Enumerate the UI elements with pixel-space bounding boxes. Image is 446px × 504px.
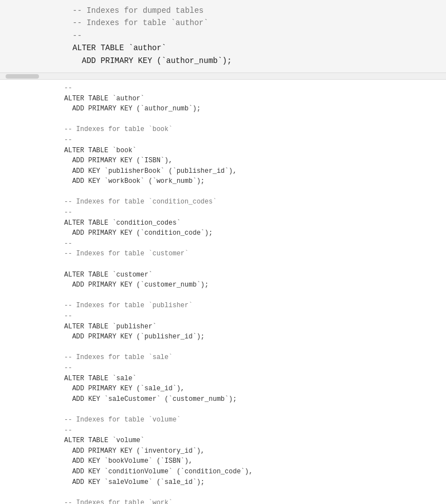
top-code-block: -- Indexes for dumped tables -- Indexes … [0, 4, 446, 67]
main-code-section: -- ALTER TABLE `author` ADD PRIMARY KEY … [0, 80, 446, 504]
top-code-section: -- Indexes for dumped tables -- Indexes … [0, 0, 446, 73]
scrollbar-thumb[interactable] [6, 74, 39, 79]
main-code-block: -- ALTER TABLE `author` ADD PRIMARY KEY … [0, 83, 446, 504]
scrollbar-area[interactable] [0, 73, 446, 80]
